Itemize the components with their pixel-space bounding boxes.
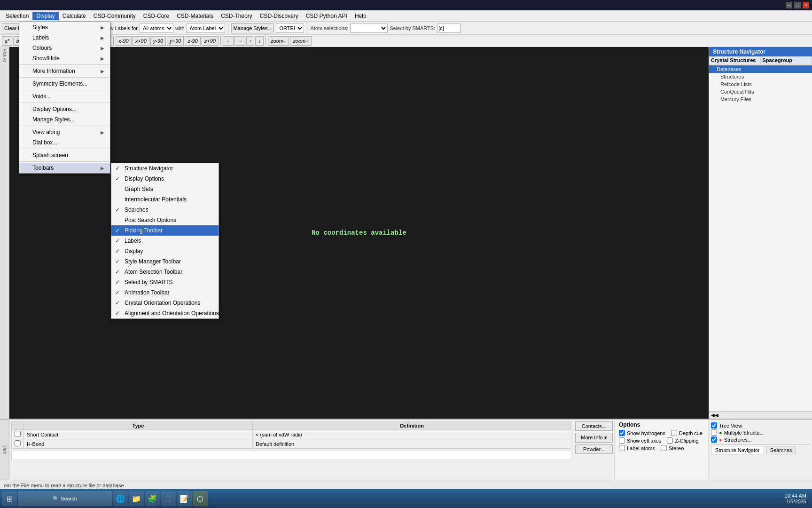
- submenu-structure-navigator[interactable]: ✓ Structure Navigator: [111, 163, 219, 174]
- menu-item-symmetry[interactable]: Symmetry Elements...: [19, 79, 110, 89]
- label-atoms-checkbox[interactable]: [619, 445, 625, 451]
- x-pos90-btn[interactable]: x+90: [133, 36, 149, 46]
- z-neg90-btn[interactable]: z-90: [185, 36, 200, 46]
- taskbar-btn-app[interactable]: ⬡: [193, 491, 208, 506]
- stereo-checkbox[interactable]: [661, 445, 667, 451]
- taskbar-btn-1[interactable]: 🌐: [113, 491, 128, 506]
- ortep-select[interactable]: ORTEP: [276, 24, 304, 33]
- submenu-graph-sets[interactable]: Graph Sets: [111, 184, 219, 194]
- col-spacegroup[interactable]: Spacegroup: [761, 56, 812, 64]
- submenu-post-search[interactable]: Post Search Options: [111, 215, 219, 225]
- menu-item-styles[interactable]: Styles ▶: [19, 22, 110, 32]
- manage-styles-button[interactable]: Manage Styles...: [231, 23, 274, 33]
- arrow-left-btn[interactable]: ←: [223, 36, 234, 46]
- a-star-btn[interactable]: a*: [2, 36, 12, 46]
- menu-csd-materials[interactable]: CSD-Materials: [173, 12, 217, 20]
- menu-item-showhide[interactable]: Show/Hide ▶: [19, 53, 110, 64]
- z-clipping-checkbox[interactable]: [667, 437, 673, 444]
- submenu-labels[interactable]: ✓ Labels: [111, 236, 219, 246]
- y-pos90-btn[interactable]: y+90: [167, 36, 184, 46]
- submenu-display[interactable]: ✓ Display: [111, 246, 219, 256]
- menu-item-more-info[interactable]: More Information ▶: [19, 66, 110, 76]
- menu-item-labels[interactable]: Labels ▶: [19, 32, 110, 43]
- tree-item-databases[interactable]: Databases: [709, 65, 812, 73]
- show-cell-checkbox[interactable]: [619, 437, 625, 444]
- search-taskbar-button[interactable]: 🔍 Search: [18, 491, 112, 506]
- submenu-searches[interactable]: ✓ Searches: [111, 205, 219, 215]
- zoom-minus-btn[interactable]: zoom−: [268, 36, 289, 46]
- tree-item-structures[interactable]: Structures: [709, 73, 812, 80]
- submenu-intermolecular[interactable]: Intermolecular Potentials: [111, 194, 219, 205]
- menu-item-toolbars[interactable]: Toolbars ▶ ✓ Structure Navigator ✓ Displ…: [19, 163, 110, 173]
- show-hydrogens-checkbox[interactable]: [619, 430, 625, 436]
- submenu-select-smarts[interactable]: ✓ Select by SMARTS: [111, 277, 219, 287]
- symmetry-label: Symmetry Elements...: [32, 80, 87, 87]
- definition-header: Definition: [253, 422, 571, 430]
- arrow-right-btn[interactable]: →: [234, 36, 245, 46]
- right-bottom-panel: Tree View ● Multiple Structu... ● Struct…: [709, 420, 812, 480]
- menu-help[interactable]: Help: [351, 12, 370, 20]
- menu-item-colours[interactable]: Colours ▶: [19, 43, 110, 53]
- options-title: Options: [619, 421, 705, 428]
- col-crystal-structures[interactable]: Crystal Structures: [709, 56, 761, 64]
- tree-item-conquest-hits[interactable]: ConQuest Hits: [709, 88, 812, 95]
- atom-filter-select[interactable]: All atoms: [140, 24, 173, 33]
- menu-item-display-options[interactable]: Display Options...: [19, 104, 110, 114]
- depth-cue-checkbox[interactable]: [671, 430, 677, 436]
- menu-selection[interactable]: Selection: [2, 12, 32, 20]
- tree-item-refcode-lists[interactable]: Refcode Lists: [709, 80, 812, 88]
- zoom-plus-btn[interactable]: zoom+: [290, 36, 311, 46]
- footer-tab-searches[interactable]: Searches: [766, 446, 796, 454]
- check-labels: ✓: [115, 238, 120, 244]
- submenu-animation[interactable]: ✓ Animation Toolbar: [111, 287, 219, 298]
- submenu-crystal-orientation[interactable]: ✓ Crystal Orientation Operations: [111, 298, 219, 308]
- hbond-checkbox[interactable]: [15, 440, 21, 446]
- menu-calculate[interactable]: Calculate: [59, 12, 90, 20]
- menu-csd-discovery[interactable]: CSD-Discovery: [256, 12, 302, 20]
- smarts-input[interactable]: [437, 24, 461, 33]
- submenu-label-intermolecular: Intermolecular Potentials: [125, 196, 187, 203]
- submenu-style-manager[interactable]: ✓ Style Manager Toolbar: [111, 256, 219, 267]
- menu-csd-theory[interactable]: CSD-Theory: [217, 12, 256, 20]
- submenu-picking-toolbar[interactable]: ✓ Picking Toolbar: [111, 225, 219, 236]
- menu-csd-python[interactable]: CSD Python API: [302, 12, 351, 20]
- menu-item-manage-styles[interactable]: Manage Styles...: [19, 114, 110, 125]
- taskbar-btn-2[interactable]: 📁: [129, 491, 144, 506]
- arrow-up-btn[interactable]: ↑: [246, 36, 255, 46]
- start-button[interactable]: ⊞: [2, 491, 17, 506]
- taskbar-btn-5[interactable]: 📝: [177, 491, 192, 506]
- short-contact-checkbox[interactable]: [15, 431, 21, 437]
- close-button[interactable]: ✕: [803, 2, 809, 8]
- more-info-button[interactable]: More Info ▾: [575, 433, 613, 443]
- atom-selections-select[interactable]: [350, 24, 388, 33]
- submenu-alignment-orientation[interactable]: ✓ Alignment and Orientation Operations: [111, 308, 219, 318]
- tree-item-mercury-files[interactable]: Mercury Files: [709, 95, 812, 103]
- submenu-atom-selection[interactable]: ✓ Atom Selection Toolbar: [111, 267, 219, 277]
- arrow-down-btn[interactable]: ↓: [255, 36, 264, 46]
- tree-view-label: Tree View: [719, 423, 742, 429]
- taskbar-btn-3[interactable]: 🧩: [145, 491, 160, 506]
- menu-item-dial-box[interactable]: Dial box...: [19, 137, 110, 148]
- tree-view-checkbox[interactable]: [711, 422, 717, 429]
- minimize-button[interactable]: ─: [786, 2, 792, 8]
- column-headers: Crystal Structures Spacegroup: [709, 56, 812, 64]
- submenu-display-options[interactable]: ✓ Display Options: [111, 174, 219, 184]
- menu-csd-community[interactable]: CSD-Community: [90, 12, 140, 20]
- x-neg90-btn[interactable]: x-90: [116, 36, 131, 46]
- menu-item-splash[interactable]: Splash screen: [19, 150, 110, 160]
- structures-item-checkbox[interactable]: [711, 437, 717, 443]
- menu-display[interactable]: Display: [32, 12, 58, 20]
- z-pos90-btn[interactable]: z+90: [202, 36, 219, 46]
- taskbar-btn-4[interactable]: 🎵: [161, 491, 176, 506]
- multiple-structure-checkbox[interactable]: [711, 429, 717, 436]
- maximize-button[interactable]: □: [794, 2, 801, 8]
- atom-label-select[interactable]: Atom Label: [187, 24, 225, 33]
- powder-button[interactable]: Powder...: [575, 444, 613, 454]
- contacts-table: Type Definition Short Contact < (sum of …: [9, 420, 573, 480]
- menu-csd-core[interactable]: CSD-Core: [140, 12, 173, 20]
- contacts-button[interactable]: Contacts...: [575, 421, 613, 431]
- menu-item-voids[interactable]: Voids...: [19, 91, 110, 102]
- footer-tab-structure-navigator[interactable]: Structure Navigator: [711, 446, 764, 454]
- menu-item-view-along[interactable]: View along ▶: [19, 127, 110, 137]
- y-neg90-btn[interactable]: y-90: [150, 36, 166, 46]
